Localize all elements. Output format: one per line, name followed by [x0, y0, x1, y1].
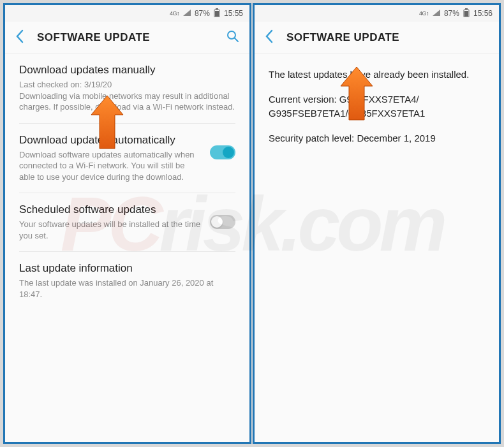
back-icon[interactable] — [15, 29, 24, 46]
settings-list: Download updates manually Last checked o… — [5, 54, 249, 442]
download-auto-item[interactable]: Download updates automatically Download … — [5, 124, 249, 193]
signal-icon — [433, 9, 440, 18]
scheduled-toggle[interactable] — [210, 215, 235, 229]
clock: 15:55 — [224, 9, 243, 18]
statusbar: 4G↕ 87% 15:55 — [5, 5, 249, 22]
network-indicator: 4G↕ — [170, 10, 179, 17]
item-title: Download updates automatically — [19, 134, 202, 147]
scheduled-updates-item[interactable]: Scheduled software updates Your software… — [5, 193, 249, 251]
search-icon[interactable] — [226, 30, 239, 45]
item-title: Download updates manually — [19, 64, 235, 77]
item-desc: Your software updates will be installed … — [19, 219, 202, 241]
item-title: Last update information — [19, 262, 235, 275]
item-desc: The last update was installed on January… — [19, 277, 235, 300]
last-update-info-item[interactable]: Last update information The last update … — [5, 252, 249, 310]
clock: 15:56 — [473, 9, 493, 18]
auto-update-toggle[interactable] — [210, 145, 235, 159]
svg-rect-1 — [216, 8, 218, 10]
svg-line-4 — [235, 38, 238, 41]
item-desc: Download software updates automatically … — [19, 149, 202, 183]
battery-icon — [463, 8, 470, 19]
back-icon[interactable] — [265, 29, 274, 46]
statusbar: 4G↕ 87% 15:56 — [255, 5, 499, 22]
svg-point-3 — [228, 31, 235, 39]
info-security-patch: Security patch level: December 1, 2019 — [269, 131, 485, 146]
phone-right: 4G↕ 87% 15:56 SOFTWARE UPDATE The latest… — [253, 3, 501, 444]
info-version: Current version: G935FXXS7ETA4/ G935FSEB… — [269, 92, 485, 121]
network-indicator: 4G↕ — [419, 10, 429, 17]
battery-pct: 87% — [444, 9, 459, 18]
item-title: Scheduled software updates — [19, 203, 202, 216]
item-desc: Last checked on: 3/19/20 Downloading via… — [19, 79, 235, 113]
battery-icon — [214, 8, 220, 19]
svg-rect-7 — [464, 11, 468, 17]
update-info: The latest updates have already been ins… — [255, 54, 499, 442]
svg-rect-2 — [215, 11, 219, 17]
page-title: SOFTWARE UPDATE — [37, 31, 214, 44]
page-title: SOFTWARE UPDATE — [286, 31, 489, 44]
battery-pct: 87% — [195, 9, 210, 18]
info-latest: The latest updates have already been ins… — [269, 68, 485, 82]
signal-icon — [183, 9, 191, 18]
header: SOFTWARE UPDATE — [255, 22, 499, 54]
svg-rect-6 — [465, 8, 468, 10]
phone-left: 4G↕ 87% 15:55 SOFTWARE UPDATE Download u… — [3, 3, 251, 444]
header: SOFTWARE UPDATE — [5, 22, 249, 54]
download-manually-item[interactable]: Download updates manually Last checked o… — [5, 54, 249, 123]
